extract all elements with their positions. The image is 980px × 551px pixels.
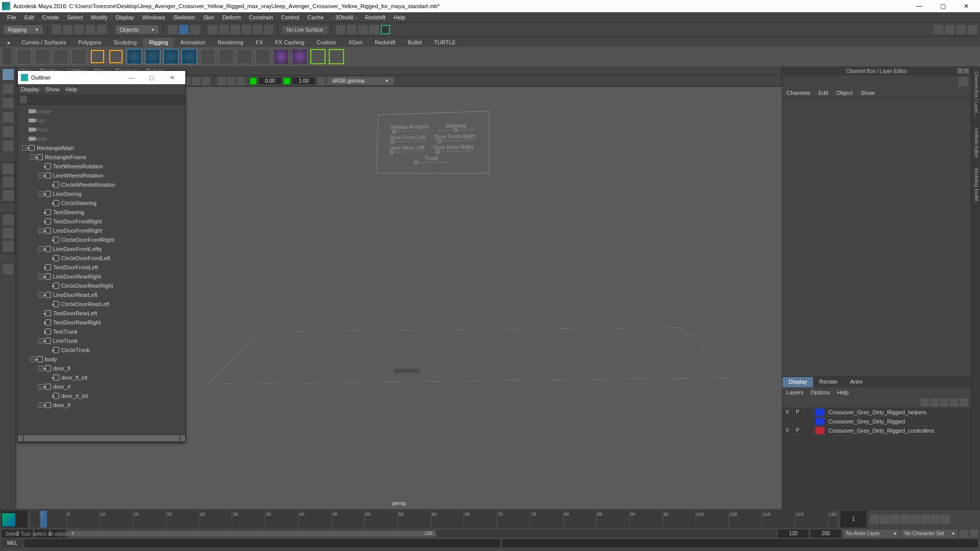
layer-up-icon[interactable] [930, 398, 939, 407]
sym-icon[interactable] [208, 25, 217, 34]
ctrl-trunk[interactable]: Trunk [414, 155, 449, 163]
shelf-icon-6[interactable] [107, 48, 125, 65]
tree-item-door_rl_int[interactable]: door_rl_int [18, 391, 185, 400]
tree-item-side[interactable]: side [18, 134, 185, 143]
layer-list[interactable]: VPCrossover_Grey_Dirty_Rigged_helpersCro… [782, 408, 971, 509]
gamma-swatch-b[interactable] [283, 78, 290, 85]
layout-four[interactable] [2, 176, 14, 188]
play-fwd-icon[interactable] [911, 515, 920, 524]
lasso-tool[interactable] [2, 83, 14, 95]
layer-extra[interactable] [803, 417, 813, 426]
shelf-tab-fx-caching[interactable]: FX Caching [269, 38, 310, 47]
sym-icon3[interactable] [231, 25, 240, 34]
layout-extra[interactable] [2, 263, 14, 276]
ctrl-door-rr[interactable]: Door Rear Right [433, 144, 474, 152]
autokey-icon[interactable] [960, 530, 968, 538]
layer-extra-icon[interactable] [960, 398, 968, 407]
shelf-icon-14[interactable] [254, 48, 272, 65]
layer-color-swatch[interactable] [815, 409, 824, 416]
gamma-swatch-a[interactable] [250, 78, 257, 85]
layer-color-swatch[interactable] [815, 418, 824, 425]
shelf-icon-8[interactable] [144, 48, 161, 65]
menu-display[interactable]: Display [112, 13, 138, 21]
ctrl-door-rl[interactable]: Door Rear Left [389, 144, 425, 153]
tree-item-CircleDoorFrontLeft[interactable]: CircleDoorFrontLeft [18, 254, 185, 263]
tree-item-LineDoorRearLeft[interactable]: -LineDoorRearLeft [18, 290, 185, 299]
vt-s2[interactable] [192, 77, 200, 85]
tree-expander[interactable]: - [38, 384, 43, 389]
shelf-tab-turtle[interactable]: TURTLE [428, 38, 462, 47]
layer-tab-display[interactable]: Display [782, 377, 813, 387]
menu-file[interactable]: File [3, 13, 20, 21]
layer-visibility[interactable]: V [782, 426, 793, 435]
gamma-toggle-icon[interactable] [317, 77, 325, 85]
minimize-button[interactable]: — [908, 0, 931, 12]
gamma-value-b[interactable]: 1.00 [292, 78, 315, 84]
step-back-key-icon[interactable] [880, 515, 889, 524]
timeline-ruler[interactable]: 1510152025303540455055606570758085909510… [31, 511, 837, 528]
tree-item-LineDoorFrontRight[interactable]: -LineDoorFrontRight [18, 226, 185, 235]
layer-del-icon[interactable] [950, 398, 958, 407]
tree-item-TextDoorRearRight[interactable]: TextDoorRearRight [18, 318, 185, 327]
shelf-icon-5[interactable] [89, 48, 106, 65]
layer-row[interactable]: VPCrossover_Grey_Dirty_Rigged_controller… [782, 426, 971, 435]
tree-item-LineWheelsRotation[interactable]: -LineWheelsRotation [18, 171, 185, 180]
redo-icon[interactable] [97, 25, 106, 34]
tree-expander[interactable]: - [38, 191, 43, 196]
layer-color-swatch[interactable] [815, 427, 824, 434]
tree-item-front[interactable]: front [18, 125, 185, 134]
tree-item-CircleDoorRearLeft[interactable]: CircleDoorRearLeft [18, 299, 185, 309]
go-start-icon[interactable] [870, 515, 879, 524]
shelf-icon-3[interactable] [52, 48, 69, 65]
tree-expander[interactable]: - [38, 403, 43, 408]
layer-tab-render[interactable]: Render [813, 377, 844, 387]
vtab-channelbox[interactable]: Channel Box / Layer... [971, 66, 980, 122]
tree-expander[interactable]: - [38, 274, 43, 279]
shelf-icon-18[interactable] [328, 48, 345, 65]
shelf-tab-polygons[interactable]: Polygons [72, 38, 107, 47]
shelf-icon-10[interactable] [181, 48, 198, 65]
tree-item-door_rl[interactable]: -door_rl [18, 382, 185, 391]
select-tool[interactable] [2, 68, 14, 81]
tree-expander[interactable]: - [38, 338, 43, 343]
range-end-out[interactable]: 200 [811, 530, 841, 538]
shelf-icon-2[interactable] [34, 48, 51, 65]
shelf-tab-custom[interactable]: Custom [311, 38, 342, 47]
channel-list[interactable] [782, 98, 971, 377]
layout-graph[interactable] [2, 240, 14, 253]
tree-expander[interactable]: - [38, 366, 43, 371]
command-input[interactable] [24, 539, 500, 547]
maximize-button[interactable]: ▢ [931, 0, 954, 12]
tree-item-CircleSteering[interactable]: CircleSteering [18, 198, 185, 208]
snap-curve-icon[interactable] [179, 25, 188, 34]
shelf-icon-17[interactable] [309, 48, 327, 65]
panel-close-icon[interactable] [964, 68, 969, 73]
tree-expander[interactable]: - [38, 173, 43, 178]
shelf-tab-fx[interactable]: FX [250, 38, 269, 47]
color-mgmt-selector[interactable]: sRGB gamma ▼ [327, 77, 394, 85]
menu-help[interactable]: Help [389, 13, 409, 21]
layout-persp[interactable] [2, 214, 14, 226]
tree-expander[interactable]: - [38, 292, 43, 297]
tree-item-CircleDoorFrontRight[interactable]: CircleDoorFrontRight [18, 235, 185, 244]
tree-item-LineTrunk[interactable]: -LineTrunk [18, 336, 185, 345]
menu-deform[interactable]: Deform [218, 13, 245, 21]
close-button[interactable]: ✕ [954, 0, 978, 12]
outliner-titlebar[interactable]: Outliner — ▢ ✕ [18, 71, 185, 84]
shelf-tab-xgen[interactable]: XGen [342, 38, 369, 47]
snap-point-icon[interactable] [190, 25, 200, 34]
layout-outliner[interactable] [2, 227, 14, 239]
timeline-current[interactable]: 1 [840, 511, 867, 528]
render-settings-icon[interactable] [358, 25, 368, 34]
layer-playback[interactable]: P [793, 408, 803, 417]
sym-icon6[interactable] [264, 25, 274, 34]
tree-expander[interactable]: - [38, 246, 43, 252]
step-fwd-icon[interactable] [921, 515, 930, 524]
layout-icon4[interactable] [968, 25, 977, 34]
vt-r1[interactable] [217, 77, 226, 85]
move-tool[interactable] [2, 111, 14, 123]
layer-playback[interactable] [793, 417, 803, 426]
shelf-tab-sculpting[interactable]: Sculpting [108, 38, 143, 47]
layout-icon2[interactable] [945, 25, 954, 34]
cb-menu-edit[interactable]: Edit [818, 90, 828, 96]
